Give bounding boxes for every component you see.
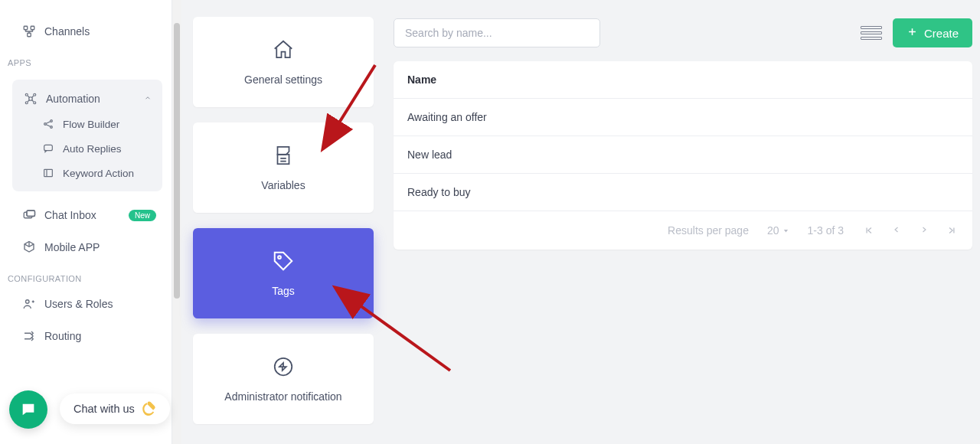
chevron-up-icon xyxy=(144,93,152,104)
sidebar-label-users: Users & Roles xyxy=(44,298,113,310)
sidebar-label-flow: Flow Builder xyxy=(63,119,119,130)
sidebar-item-users-roles[interactable]: Users & Roles xyxy=(0,288,172,320)
svg-point-6 xyxy=(25,102,28,104)
svg-point-5 xyxy=(34,93,36,96)
pager xyxy=(862,225,959,236)
mobile-icon xyxy=(21,240,37,254)
chat-pill[interactable]: Chat with us xyxy=(60,393,170,424)
svg-marker-20 xyxy=(783,230,787,232)
tags-table: Name Awaiting an offer New lead Ready to… xyxy=(394,61,972,250)
sidebar-label-mobile: Mobile APP xyxy=(44,241,100,253)
sidebar-group-automation: Automation Flow Builder Auto Replies Key… xyxy=(12,80,162,191)
range-label: 1-3 of 3 xyxy=(808,224,844,237)
notification-icon xyxy=(272,355,295,381)
card-variables[interactable]: Variables xyxy=(193,122,374,213)
sidebar-label-routing: Routing xyxy=(44,330,81,342)
wave-icon xyxy=(141,400,156,418)
share-icon xyxy=(41,118,55,130)
table-row[interactable]: Ready to buy xyxy=(394,174,972,211)
tags-icon xyxy=(272,250,295,276)
sidebar-item-channels[interactable]: Channels xyxy=(0,15,172,47)
new-badge: New xyxy=(129,210,156,221)
search-input[interactable] xyxy=(394,18,600,47)
sidebar-item-auto-replies[interactable]: Auto Replies xyxy=(12,136,162,161)
first-page-icon[interactable] xyxy=(862,225,876,236)
table-header-name: Name xyxy=(394,61,972,99)
users-icon xyxy=(21,297,37,311)
svg-rect-1 xyxy=(31,26,34,30)
card-admin-notification[interactable]: Administrator notification xyxy=(193,334,374,424)
section-config: CONFIGURATION xyxy=(0,263,172,288)
card-label-admin: Administrator notification xyxy=(224,390,341,403)
variables-icon xyxy=(272,144,295,170)
sidebar-label-automation: Automation xyxy=(46,93,100,105)
table-footer: Results per page 20 1-3 of 3 xyxy=(394,211,972,250)
sidebar-item-keyword-action[interactable]: Keyword Action xyxy=(12,161,162,185)
chat-label: Chat with us xyxy=(74,403,135,415)
sidebar-item-flow-builder[interactable]: Flow Builder xyxy=(12,112,162,136)
svg-point-8 xyxy=(44,123,47,126)
layout-icon xyxy=(41,167,55,179)
svg-rect-17 xyxy=(278,155,289,165)
list-view-toggle[interactable] xyxy=(861,22,882,44)
card-label-variables: Variables xyxy=(261,179,305,191)
last-page-icon[interactable] xyxy=(945,225,959,236)
svg-rect-14 xyxy=(27,211,35,217)
chat-fab[interactable] xyxy=(9,390,47,429)
routing-icon xyxy=(21,329,37,343)
scrollbar[interactable] xyxy=(172,0,181,444)
sidebar-item-chat-inbox[interactable]: Chat Inbox New xyxy=(0,199,172,231)
rpp-select[interactable]: 20 xyxy=(767,224,789,237)
svg-point-7 xyxy=(34,102,36,104)
main-panel: Create Name Awaiting an offer New lead R… xyxy=(394,18,972,250)
rpp-value: 20 xyxy=(767,224,779,237)
rpp-label: Results per page xyxy=(668,224,749,237)
sidebar-item-automation[interactable]: Automation xyxy=(12,86,162,112)
settings-cards: General settings Variables Tags Administ… xyxy=(193,0,374,444)
sidebar-label-auto: Auto Replies xyxy=(63,143,122,155)
svg-rect-2 xyxy=(28,33,31,37)
prev-page-icon[interactable] xyxy=(890,225,903,236)
table-row[interactable]: New lead xyxy=(394,136,972,174)
sidebar-item-mobile-app[interactable]: Mobile APP xyxy=(0,231,172,263)
table-row[interactable]: Awaiting an offer xyxy=(394,99,972,136)
home-icon xyxy=(272,38,295,64)
sidebar-label-inbox: Chat Inbox xyxy=(44,209,96,221)
card-tags[interactable]: Tags xyxy=(193,228,374,318)
svg-point-4 xyxy=(25,93,28,96)
create-label: Create xyxy=(924,27,959,40)
inbox-icon xyxy=(21,208,37,222)
chat-icon xyxy=(41,142,55,155)
svg-point-9 xyxy=(51,120,53,122)
svg-rect-0 xyxy=(24,26,28,30)
sidebar-item-routing[interactable]: Routing xyxy=(0,320,172,352)
create-button[interactable]: Create xyxy=(893,18,972,47)
toolbar: Create xyxy=(394,18,972,47)
automation-icon xyxy=(23,92,38,106)
svg-point-18 xyxy=(278,256,281,259)
channels-icon xyxy=(21,24,37,38)
next-page-icon[interactable] xyxy=(917,225,931,236)
sidebar-label-channels: Channels xyxy=(44,25,90,38)
svg-point-10 xyxy=(51,126,53,129)
card-general-settings[interactable]: General settings xyxy=(193,17,374,107)
svg-point-16 xyxy=(26,300,30,304)
sidebar: Channels APPS Automation Flow Builder Au… xyxy=(0,0,172,444)
sidebar-label-keyword: Keyword Action xyxy=(63,168,134,179)
plus-icon xyxy=(906,26,918,40)
card-label-general: General settings xyxy=(244,73,322,86)
svg-rect-12 xyxy=(44,169,53,176)
card-label-tags: Tags xyxy=(272,285,295,297)
section-apps: APPS xyxy=(0,47,172,72)
scrollbar-thumb[interactable] xyxy=(174,23,180,299)
